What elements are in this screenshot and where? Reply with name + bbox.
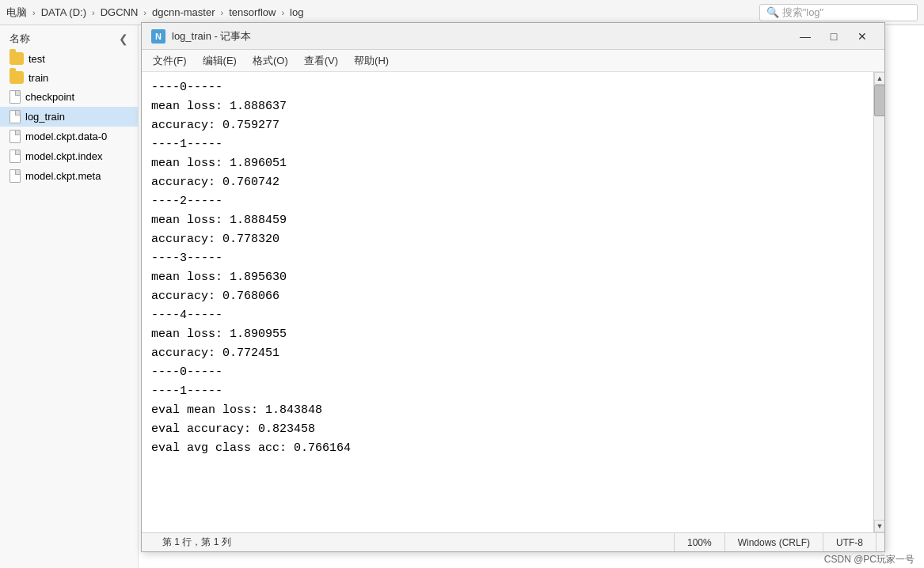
breadcrumb-sep-4: › xyxy=(220,8,223,17)
search-placeholder: 搜索"log" xyxy=(782,6,824,20)
menu-view[interactable]: 查看(V) xyxy=(296,51,346,71)
sidebar-item-label: checkpoint xyxy=(25,91,74,103)
notepad-content-area: ----0----- mean loss: 1.888637 accuracy:… xyxy=(142,72,884,532)
search-icon: 🔍 xyxy=(766,6,779,18)
notepad-icon-letter: N xyxy=(155,32,162,41)
scrollbar-track[interactable]: ▲ ▼ xyxy=(873,72,884,532)
sidebar-item-label: model.ckpt.data-0 xyxy=(25,131,107,142)
sidebar-collapse-button[interactable]: ❮ xyxy=(119,32,128,45)
breadcrumb-log[interactable]: log xyxy=(290,6,303,18)
sidebar-item-label: model.ckpt.meta xyxy=(25,170,101,182)
menu-edit[interactable]: 编辑(E) xyxy=(195,51,245,71)
breadcrumb-computer[interactable]: 电脑 xyxy=(6,6,27,20)
status-encoding-text: UTF-8 xyxy=(836,537,863,548)
sidebar-item-label: test xyxy=(29,53,45,65)
notepad-text-content[interactable]: ----0----- mean loss: 1.888637 accuracy:… xyxy=(142,72,873,532)
file-icon xyxy=(10,110,21,123)
sidebar-item-model-index[interactable]: model.ckpt.index xyxy=(0,146,138,166)
scrollbar-arrow-up[interactable]: ▲ xyxy=(874,72,884,85)
minimize-button[interactable]: — xyxy=(793,26,818,47)
file-icon xyxy=(10,130,21,143)
breadcrumb-sep-2: › xyxy=(92,8,95,17)
watermark: CSDN @PC玩家一号 xyxy=(824,553,914,566)
status-position: 第 1 行，第 1 列 xyxy=(150,533,675,551)
status-position-text: 第 1 行，第 1 列 xyxy=(162,536,231,549)
file-icon xyxy=(10,150,21,163)
breadcrumb-master[interactable]: dgcnn-master xyxy=(152,6,215,18)
sidebar: 名称 ❮ test train checkpoint log_train mod… xyxy=(0,25,139,568)
sidebar-item-log-train[interactable]: log_train xyxy=(0,107,138,127)
notepad-menubar: 文件(F) 编辑(E) 格式(O) 查看(V) 帮助(H) xyxy=(142,50,884,72)
sidebar-item-label: model.ckpt.index xyxy=(25,150,103,162)
notepad-app-icon: N xyxy=(151,29,165,44)
breadcrumb-sep-5: › xyxy=(281,8,284,17)
notepad-statusbar: 第 1 行，第 1 列 100% Windows (CRLF) UTF-8 xyxy=(142,532,884,551)
sidebar-item-checkpoint[interactable]: checkpoint xyxy=(0,87,138,107)
sidebar-item-train[interactable]: train xyxy=(0,68,138,87)
search-box[interactable]: 🔍 搜索"log" xyxy=(759,4,918,21)
notepad-window: N log_train - 记事本 — □ ✕ 文件(F) 编辑(E) 格式(O… xyxy=(141,22,885,552)
breadcrumb-drive[interactable]: DATA (D:) xyxy=(41,6,86,18)
breadcrumb-sep-3: › xyxy=(143,8,146,17)
notepad-title: log_train - 记事本 xyxy=(172,29,793,44)
menu-help[interactable]: 帮助(H) xyxy=(346,51,397,71)
breadcrumb-sep-1: › xyxy=(32,8,36,17)
folder-icon xyxy=(10,52,24,65)
notepad-titlebar: N log_train - 记事本 — □ ✕ xyxy=(142,23,884,50)
sidebar-item-model-meta[interactable]: model.ckpt.meta xyxy=(0,166,138,186)
maximize-button[interactable]: □ xyxy=(821,26,846,47)
status-line-ending: Windows (CRLF) xyxy=(725,533,823,551)
menu-file[interactable]: 文件(F) xyxy=(145,51,195,71)
scrollbar-thumb[interactable] xyxy=(874,85,884,116)
status-encoding: UTF-8 xyxy=(823,533,876,551)
scrollbar-arrow-down[interactable]: ▼ xyxy=(874,520,884,532)
file-icon xyxy=(10,169,21,183)
titlebar-buttons: — □ ✕ xyxy=(793,26,875,47)
sidebar-item-label: log_train xyxy=(25,111,65,123)
status-zoom: 100% xyxy=(675,533,725,551)
breadcrumb: 电脑 › DATA (D:) › DGCNN › dgcnn-master › … xyxy=(6,6,303,20)
sidebar-item-test[interactable]: test xyxy=(0,49,138,68)
status-zoom-text: 100% xyxy=(687,537,712,548)
menu-format[interactable]: 格式(O) xyxy=(245,51,296,71)
folder-icon xyxy=(10,71,24,84)
breadcrumb-tensorflow[interactable]: tensorflow xyxy=(229,6,276,18)
sidebar-header-label: 名称 xyxy=(10,32,30,46)
file-icon xyxy=(10,90,21,104)
close-button[interactable]: ✕ xyxy=(850,26,875,47)
breadcrumb-dgcnn[interactable]: DGCNN xyxy=(101,6,139,18)
sidebar-item-model-data[interactable]: model.ckpt.data-0 xyxy=(0,127,138,146)
status-line-ending-text: Windows (CRLF) xyxy=(738,537,810,548)
sidebar-header: 名称 ❮ xyxy=(0,25,138,49)
sidebar-item-label: train xyxy=(29,72,48,84)
